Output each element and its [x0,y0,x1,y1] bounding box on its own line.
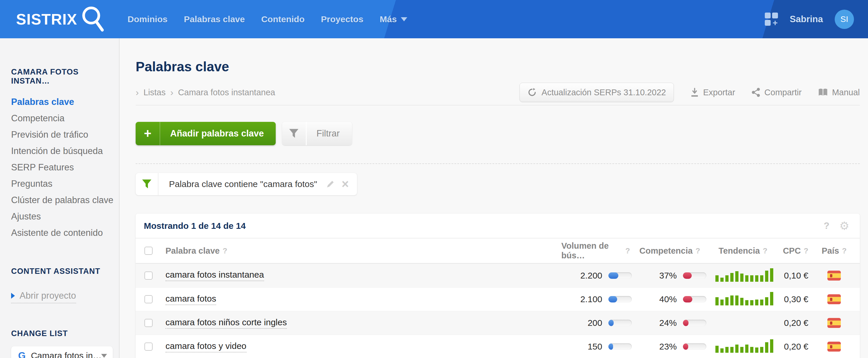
sidebar-item-open-project[interactable]: Abrir proyecto [11,291,76,303]
header-divider [136,105,860,105]
column-country[interactable]: País [822,246,839,256]
table-settings-gear-icon[interactable]: ⚙ [839,220,849,232]
sidebar-nav: Palabras claveCompetenciaPrevisión de tr… [11,94,119,241]
sidebar-item-previsión-de-tráfico[interactable]: Previsión de tráfico [11,127,119,143]
nav-item-palabras-clave[interactable]: Palabras clave [184,14,245,24]
magnifier-icon [79,5,105,35]
competition-bar [683,320,706,326]
triangle-right-icon [11,293,15,299]
cpc-value: 0,20 € [778,311,808,335]
sistrix-logo[interactable]: SISTRIX [16,4,105,35]
trend-sparkline [713,311,778,335]
serp-update-button[interactable]: Actualización SERPs 31.10.2022 [520,83,674,102]
trend-sparkline [713,335,778,358]
cpc-value: 0,30 € [778,288,808,311]
nav-item-contenido[interactable]: Contenido [261,14,304,24]
competition-value: 40% [645,288,680,311]
help-icon[interactable]: ? [763,247,768,255]
table-summary: Mostrando 1 de 14 de 14 [144,221,246,231]
row-checkbox[interactable] [145,319,153,327]
remove-filter-icon[interactable]: × [342,178,349,190]
sidebar-item-asistente-de-contenido[interactable]: Asistente de contenido [11,225,119,241]
table-help-icon[interactable]: ? [824,220,829,231]
nav-item-más[interactable]: Más [380,14,407,24]
sidebar-item-competencia[interactable]: Competencia [11,110,119,127]
nav-item-dominios[interactable]: Dominios [127,14,167,24]
breadcrumb: ›Listas›Camara fotos instantanea [136,87,275,98]
volume-bar [609,320,632,326]
volume-value: 150 [561,335,605,358]
edit-filter-icon[interactable] [326,180,335,189]
volume-value: 2.200 [561,264,605,287]
dashed-divider [136,163,860,164]
table-row: camara fotos instantanea 2.200 37% 0,10 … [136,264,860,287]
nav-item-proyectos[interactable]: Proyectos [321,14,363,24]
flag-es-icon [827,318,841,328]
chevron-down-icon [101,354,107,358]
avatar[interactable]: SI [835,10,854,29]
row-checkbox[interactable] [145,343,153,351]
volume-bar [609,296,632,302]
help-icon[interactable]: ? [222,247,227,255]
table-row: camara fotos y video 150 23% 0,20 € [136,335,860,358]
competition-bar [683,272,706,279]
competition-value: 37% [645,264,680,287]
nav-items: DominiosPalabras claveContenidoProyectos… [127,14,407,24]
column-volume[interactable]: Volumen de bús… [561,241,622,260]
help-icon[interactable]: ? [842,247,847,255]
breadcrumb-item[interactable]: Listas [144,88,166,97]
cpc-value: 0,10 € [778,264,808,287]
row-checkbox[interactable] [145,295,153,303]
change-list-value: Camara fotos in… [31,351,101,358]
help-icon[interactable]: ? [625,247,630,255]
sidebar-item-palabras-clave[interactable]: Palabras clave [11,94,119,110]
column-keyword[interactable]: Palabra clave [165,246,220,256]
funnel-green-icon [142,179,152,189]
column-competition[interactable]: Competencia [640,246,692,256]
keyword-link[interactable]: camara fotos [165,294,216,305]
cpc-value: 0,20 € [778,335,808,358]
sidebar-item-ajustes[interactable]: Ajustes [11,208,119,225]
row-checkbox[interactable] [145,271,153,280]
select-all-checkbox[interactable] [145,247,153,255]
keyword-link[interactable]: camara fotos niños corte ingles [165,317,287,329]
breadcrumb-item[interactable]: Camara fotos instantanea [178,88,275,97]
flag-es-icon [827,271,841,281]
change-list-dropdown[interactable]: G Camara fotos in… [11,346,113,358]
logo-text: SISTRIX [16,10,77,28]
column-trend[interactable]: Tendencia [719,246,760,256]
user-name[interactable]: Sabrina [789,14,823,25]
table-header-row: Palabra clave? Volumen de bús…? Competen… [136,238,860,264]
help-icon[interactable]: ? [804,247,808,255]
keyword-link[interactable]: camara fotos instantanea [165,270,264,281]
refresh-icon [527,88,537,97]
volume-bar [609,344,632,350]
download-icon [690,88,699,97]
table-row: camara fotos niños corte ingles 200 24% … [136,311,860,335]
volume-bar [609,272,632,279]
trend-sparkline [713,264,778,287]
filter-button[interactable]: Filtrar [282,122,352,145]
apps-grid-icon[interactable]: + [765,12,778,26]
keyword-link[interactable]: camara fotos y video [165,341,246,353]
manual-button[interactable]: Manual [818,88,860,97]
book-icon [818,88,828,97]
sidebar-item-serp-features[interactable]: SERP Features [11,159,119,176]
trend-sparkline [713,288,778,311]
sidebar-content-assistant-title: CONTENT ASSISTANT [11,267,119,276]
add-keywords-button[interactable]: + Añadir palabras clave [136,122,276,145]
competition-value: 23% [645,335,680,358]
help-icon[interactable]: ? [695,247,700,255]
sidebar-item-intención-de-búsqueda[interactable]: Intención de búsqueda [11,143,119,159]
column-cpc[interactable]: CPC [783,246,801,256]
google-g-icon: G [18,350,26,358]
sidebar-item-clúster-de-palabras-clave[interactable]: Clúster de palabras clave [11,192,119,208]
competition-bar [683,344,706,350]
table-body: camara fotos instantanea 2.200 37% 0,10 … [136,264,860,358]
competition-value: 24% [645,311,680,335]
sidebar: CAMARA FOTOS INSTAN… Palabras claveCompe… [0,38,120,358]
flag-es-icon [827,294,841,304]
sidebar-item-preguntas[interactable]: Preguntas [11,176,119,192]
share-button[interactable]: Compartir [752,88,802,97]
export-button[interactable]: Exportar [690,88,735,97]
